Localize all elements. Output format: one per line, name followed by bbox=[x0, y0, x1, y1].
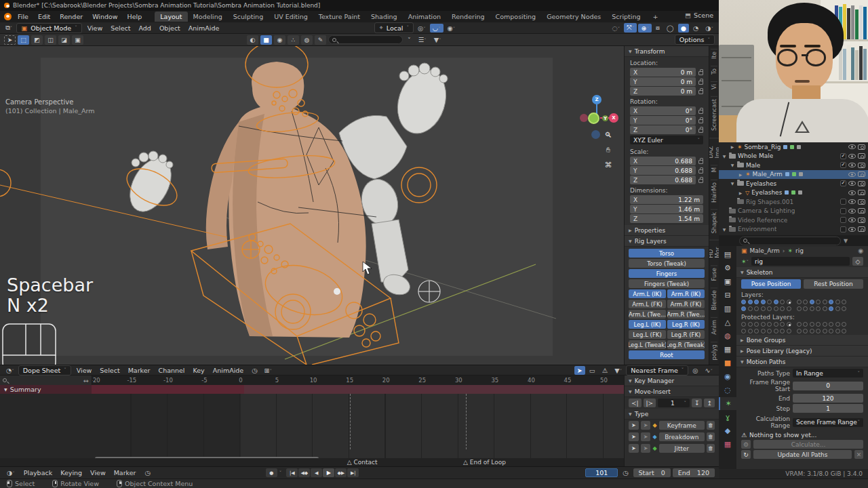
id-name-field[interactable]: rig bbox=[751, 257, 850, 266]
type-header[interactable]: ▼Type bbox=[625, 409, 719, 420]
hide-eye-icon[interactable] bbox=[848, 172, 856, 177]
lock-icon[interactable] bbox=[698, 71, 703, 75]
lock-icon[interactable] bbox=[698, 129, 703, 133]
rig-layer-fingers-tweak-[interactable]: Fingers (Tweak) bbox=[629, 279, 705, 288]
layer-toggle[interactable] bbox=[797, 329, 802, 333]
summary-channel-row[interactable]: ▼Summary bbox=[0, 385, 624, 394]
layer-toggle[interactable] bbox=[767, 329, 772, 333]
layer-toggle[interactable] bbox=[774, 329, 778, 333]
shading-rendered-icon[interactable]: ◑˅ bbox=[703, 24, 716, 33]
workspace-tab-layout[interactable]: Layout bbox=[155, 12, 187, 22]
sidebar-tab-screencast[interactable]: Screencast bbox=[711, 96, 717, 133]
calculate-button[interactable]: Calculate... bbox=[753, 440, 863, 449]
playback-menu-view[interactable]: View bbox=[86, 468, 110, 477]
expand-arrow[interactable]: ▶ bbox=[738, 190, 743, 195]
layer-toggle[interactable] bbox=[835, 300, 840, 304]
layer-toggle[interactable] bbox=[741, 300, 746, 304]
layer-toggle[interactable] bbox=[823, 329, 827, 333]
calculation-range-dropdown[interactable]: Scene Frame Range˅ bbox=[793, 418, 863, 427]
render-camera-icon[interactable] bbox=[858, 144, 865, 150]
workspace-tab-compositing[interactable]: Compositing bbox=[490, 12, 542, 22]
outliner-filter-icon[interactable]: ▼ bbox=[844, 238, 848, 244]
workspace-tab-geometry-nodes[interactable]: Geometry Nodes bbox=[541, 12, 606, 22]
camera-view-icon[interactable]: ⌘ bbox=[605, 161, 612, 169]
transform-field-x[interactable]: X0.688 bbox=[630, 157, 696, 165]
rig-layer-arm-l-twe-[interactable]: Arm.L (Twe... bbox=[629, 310, 666, 319]
pose-position-button[interactable]: Pose Position bbox=[741, 279, 801, 289]
rig-layer-leg-r-fk-[interactable]: Leg.R (FK) bbox=[667, 330, 705, 339]
jump-prev-key-button[interactable]: ≺| bbox=[629, 399, 642, 407]
transform-field-x[interactable]: X0 m bbox=[630, 68, 696, 77]
render-camera-icon[interactable] bbox=[858, 218, 865, 223]
axis-z[interactable]: Z bbox=[592, 95, 601, 104]
animaide-clock-icon[interactable]: ◷ bbox=[249, 366, 260, 375]
rig-layer-arm-l-fk-[interactable]: Arm.L (FK) bbox=[629, 300, 666, 308]
menu-file[interactable]: File bbox=[13, 12, 33, 22]
viewport-search-input[interactable] bbox=[328, 35, 403, 44]
outliner-row[interactable]: ▼Eyelashes✓ bbox=[719, 179, 868, 188]
layer-toggle[interactable] bbox=[829, 306, 833, 311]
hide-eye-icon[interactable] bbox=[848, 190, 856, 195]
delete-keys-icon[interactable]: 🗑︎ bbox=[707, 421, 715, 430]
layer-toggle[interactable] bbox=[761, 322, 766, 327]
properties-tab-editor-type[interactable]: ▤ bbox=[719, 248, 736, 261]
sidebar-tab-m[interactable]: M bbox=[711, 165, 717, 174]
properties-tab-bone[interactable]: ɣ bbox=[719, 411, 736, 424]
layer-toggle[interactable] bbox=[787, 322, 791, 327]
jump-end-button[interactable]: ▶| bbox=[347, 468, 359, 477]
select-keys-button[interactable]: ➤ bbox=[629, 432, 639, 441]
deselect-keys-button[interactable]: ➤ bbox=[641, 432, 651, 441]
sidebar-tab-polyg[interactable]: polyg bbox=[711, 342, 717, 362]
add-workspace-button[interactable]: + bbox=[648, 12, 664, 22]
workspace-tab-uv-editing[interactable]: UV Editing bbox=[269, 12, 313, 22]
properties-tab-physics[interactable]: ◉ bbox=[719, 370, 736, 383]
animaide-grid-icon[interactable]: ⊞˅ bbox=[261, 366, 274, 375]
close-icon[interactable]: ✕ bbox=[854, 450, 863, 459]
lock-icon[interactable] bbox=[698, 81, 703, 85]
visibility-checkbox[interactable] bbox=[840, 217, 846, 223]
outliner-row[interactable]: ▼Environment bbox=[719, 225, 868, 235]
transform-field-y[interactable]: Y1.46 m bbox=[630, 205, 703, 214]
next-keyframe-button[interactable]: ◆▶ bbox=[335, 468, 347, 477]
frame-start-field[interactable]: Start0 bbox=[633, 468, 671, 477]
sidebar-tab-vi[interactable]: Vi bbox=[711, 81, 717, 92]
properties-tab-output[interactable]: ⊟ bbox=[719, 289, 736, 302]
amount-field[interactable]: 1˅ bbox=[658, 399, 690, 407]
editor-type-icon[interactable]: ◑˅ bbox=[4, 468, 18, 477]
prev-keyframe-button[interactable]: ◀◆ bbox=[298, 468, 310, 477]
xray-toggle-icon[interactable]: ⧇ bbox=[653, 23, 663, 33]
sidebar-tab-fuse[interactable]: Fuse bbox=[711, 265, 717, 283]
key-type-label[interactable]: Keyframe bbox=[659, 421, 705, 430]
insert-up-button[interactable]: ↥ bbox=[704, 399, 715, 407]
viewport-menu-object[interactable]: Object bbox=[155, 23, 184, 33]
lock-icon[interactable] bbox=[698, 119, 703, 123]
hide-eye-icon[interactable] bbox=[848, 154, 856, 159]
layer-toggle[interactable] bbox=[754, 306, 759, 311]
rig-layer-leg-r-tweak-[interactable]: Leg.R (Tweak) bbox=[667, 340, 705, 349]
menu-render[interactable]: Render bbox=[55, 12, 87, 22]
rig-layer-leg-l-fk-[interactable]: Leg.L (FK) bbox=[629, 330, 666, 339]
properties-tab-view-layer[interactable]: ▥ bbox=[719, 302, 736, 315]
layer-toggle[interactable] bbox=[741, 329, 746, 333]
list-dropdown-icon[interactable]: ☰˅ bbox=[416, 35, 429, 44]
transform-field-z[interactable]: Z0 m bbox=[630, 87, 696, 96]
rig-layer-leg-r-ik-[interactable]: Leg.R (IK) bbox=[667, 320, 705, 329]
properties-tab-object[interactable]: ■ bbox=[719, 357, 736, 369]
editor-type-icon[interactable]: ◔˅ bbox=[3, 366, 17, 375]
render-camera-icon[interactable] bbox=[858, 190, 865, 195]
shading-solid-icon[interactable]: ● bbox=[678, 24, 689, 33]
rig-layer-leg-l-ik-[interactable]: Leg.L (IK) bbox=[629, 320, 666, 329]
menu-help[interactable]: Help bbox=[123, 12, 147, 22]
filter-world-icon[interactable]: ◍ bbox=[301, 35, 313, 45]
expand-icon[interactable]: ↔ bbox=[83, 377, 89, 384]
select-tweak-tool[interactable]: ◩ bbox=[31, 35, 43, 45]
layer-toggle[interactable] bbox=[823, 306, 827, 311]
rig-layer-arm-l-ik-[interactable]: Arm.L (IK) bbox=[629, 289, 666, 298]
hide-eye-icon[interactable] bbox=[848, 144, 856, 149]
hide-eye-icon[interactable] bbox=[848, 209, 856, 214]
viewport-menu-select[interactable]: Select bbox=[106, 23, 134, 33]
render-camera-icon[interactable] bbox=[858, 199, 865, 205]
layer-toggle[interactable] bbox=[761, 300, 766, 304]
layer-toggle[interactable] bbox=[754, 300, 759, 304]
select-keys-button[interactable]: ➤ bbox=[629, 444, 639, 453]
